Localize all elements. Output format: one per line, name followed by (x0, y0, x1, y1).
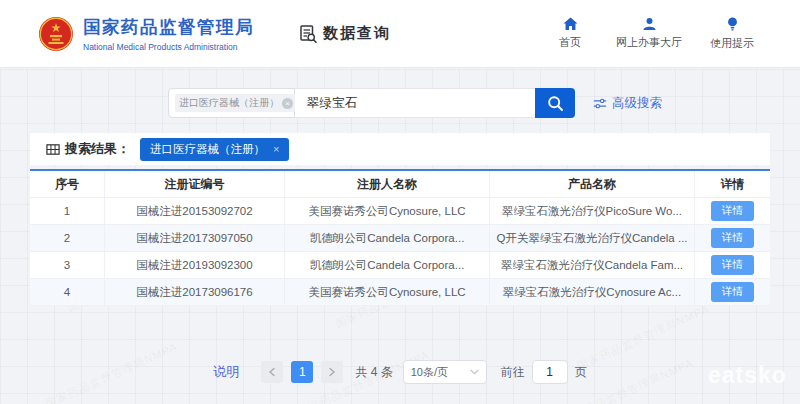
chevron-left-icon (268, 367, 276, 377)
chevron-right-icon (328, 367, 336, 377)
total-count-label: 共 4 条 (355, 364, 392, 381)
nav-item-service-hall[interactable]: 网上办事大厅 (616, 17, 682, 51)
filter-sliders-icon (593, 97, 607, 110)
cell-cert-no: 国械注进20173097050 (105, 225, 285, 251)
next-page-button[interactable] (321, 361, 343, 383)
advanced-search-label: 高级搜索 (612, 95, 662, 112)
page-title-label: 数据查询 (323, 24, 391, 43)
cell-product: 翠绿宝石激光治疗仪PicoSure Wo... (490, 198, 695, 224)
cell-registrant: 凯德朗公司Candela Corpora... (285, 252, 490, 278)
national-emblem-icon (38, 16, 74, 52)
active-filter-tag-label: 进口医疗器械（注册） (150, 142, 265, 157)
search-results-bar: 搜索结果： 进口医疗器械（注册） × (30, 133, 770, 165)
nav-label: 使用提示 (710, 36, 754, 51)
goto-page-label: 前往 (501, 364, 525, 381)
nav-label: 网上办事大厅 (616, 35, 682, 50)
magnifier-icon (547, 95, 564, 112)
category-tag-label: 进口医疗器械（注册） (179, 96, 279, 110)
cell-registrant: 美国赛诺秀公司Cynosure, LLC (285, 198, 490, 224)
page-number-current[interactable]: 1 (291, 361, 313, 383)
nmpa-logo: 国家药品监督管理局 National Medical Products Admi… (38, 15, 254, 52)
table-row: 2 国械注进20173097050 凯德朗公司Candela Corpora..… (30, 225, 770, 252)
org-text: 国家药品监督管理局 National Medical Products Admi… (83, 15, 254, 52)
cell-cert-no: 国械注进20193092300 (105, 252, 285, 278)
cell-product: 翠绿宝石激光治疗仪Candela Fam... (490, 252, 695, 278)
nav-label: 首页 (559, 35, 581, 50)
page-size-value: 10条/页 (411, 365, 448, 380)
column-header-cert-no: 注册证编号 (105, 171, 285, 197)
chevron-down-icon (470, 369, 479, 375)
page-title-data-query: 数据查询 (298, 24, 391, 44)
page-size-select[interactable]: 10条/页 (403, 360, 487, 384)
cell-registrant: 美国赛诺秀公司Cynosure, LLC (285, 279, 490, 305)
cell-cert-no: 国械注进20173096176 (105, 279, 285, 305)
active-filter-tag: 进口医疗器械（注册） × (140, 138, 289, 161)
table-row: 1 国械注进20153092702 美国赛诺秀公司Cynosure, LLC 翠… (30, 198, 770, 225)
cell-product: Q开关翠绿宝石激光治疗仪Candela ... (490, 225, 695, 251)
org-title: 国家药品监督管理局 (83, 15, 254, 39)
goto-page-input[interactable] (532, 360, 568, 384)
cell-index: 4 (30, 279, 105, 305)
search-input[interactable] (295, 88, 535, 118)
detail-button[interactable]: 详情 (711, 228, 754, 248)
table-row: 3 国械注进20193092300 凯德朗公司Candela Corpora..… (30, 252, 770, 279)
search-bar: 进口医疗器械（注册） × 高级搜索 (168, 88, 662, 118)
note-link[interactable]: 说明 (213, 363, 239, 381)
cell-index: 3 (30, 252, 105, 278)
results-table: 序号 注册证编号 注册人名称 产品名称 详情 1 国械注进20153092702… (30, 169, 770, 306)
column-header-registrant: 注册人名称 (285, 171, 490, 197)
category-tag: 进口医疗器械（注册） × (175, 94, 297, 112)
prev-page-button[interactable] (261, 361, 283, 383)
table-grid-icon (46, 143, 60, 156)
search-results-label: 搜索结果： (65, 140, 130, 158)
pagination-bar: 说明 1 共 4 条 10条/页 前往 页 (0, 359, 800, 385)
nav-item-usage-tips[interactable]: 使用提示 (710, 17, 754, 51)
column-header-product: 产品名称 (490, 171, 695, 197)
nav-item-home[interactable]: 首页 (552, 17, 588, 51)
cell-product: 翠绿宝石激光治疗仪Cynosure Ac... (490, 279, 695, 305)
lightbulb-icon (726, 17, 739, 32)
table-header-row: 序号 注册证编号 注册人名称 产品名称 详情 (30, 171, 770, 198)
cell-index: 2 (30, 225, 105, 251)
home-icon (563, 17, 578, 31)
category-tag-close-icon[interactable]: × (282, 98, 293, 109)
search-category-select[interactable]: 进口医疗器械（注册） × (168, 88, 295, 118)
user-icon (642, 17, 657, 31)
document-search-icon (298, 24, 318, 44)
column-header-detail: 详情 (695, 171, 770, 197)
org-subtitle: National Medical Products Administration (83, 42, 254, 52)
top-nav: 首页 网上办事大厅 使用提示 (552, 17, 754, 51)
filter-tag-close-icon[interactable]: × (273, 143, 279, 155)
detail-button[interactable]: 详情 (711, 201, 754, 221)
table-row: 4 国械注进20173096176 美国赛诺秀公司Cynosure, LLC 翠… (30, 279, 770, 306)
detail-button[interactable]: 详情 (711, 255, 754, 275)
cell-cert-no: 国械注进20153092702 (105, 198, 285, 224)
page-unit-label: 页 (575, 364, 587, 381)
detail-button[interactable]: 详情 (711, 282, 754, 302)
top-header: 国家药品监督管理局 National Medical Products Admi… (0, 0, 800, 68)
advanced-search-link[interactable]: 高级搜索 (593, 95, 662, 112)
search-button[interactable] (535, 88, 575, 118)
cell-index: 1 (30, 198, 105, 224)
cell-registrant: 凯德朗公司Candela Corpora... (285, 225, 490, 251)
column-header-index: 序号 (30, 171, 105, 197)
